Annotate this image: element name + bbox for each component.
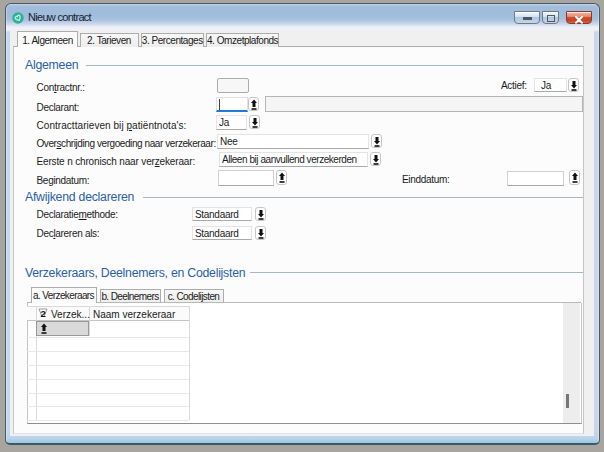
svg-text:2: 2 <box>40 308 45 319</box>
